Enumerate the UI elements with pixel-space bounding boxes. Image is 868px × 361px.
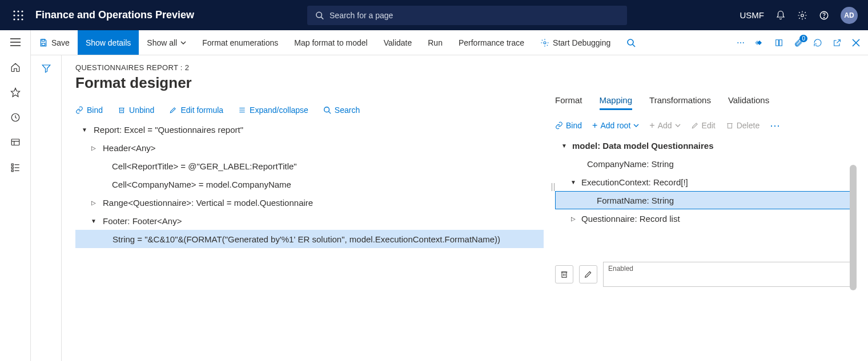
svg-marker-37	[42, 65, 50, 72]
svg-point-6	[13, 18, 15, 20]
edit-button: Edit	[691, 121, 716, 130]
tree-search-button[interactable]: Search	[323, 106, 360, 115]
page-title: Format designer	[75, 74, 868, 92]
expand-collapse-button[interactable]: Expand/collapse	[238, 106, 308, 115]
delete-button: Delete	[726, 121, 760, 130]
avatar[interactable]: AD	[841, 7, 858, 24]
svg-point-8	[21, 18, 23, 20]
gear-icon[interactable]	[797, 10, 807, 21]
mapping-bind-button[interactable]: Bind	[555, 121, 582, 130]
svg-line-10	[321, 17, 323, 19]
svg-point-45	[324, 107, 329, 112]
show-details-button[interactable]: Show details	[78, 30, 139, 55]
refresh-icon[interactable]	[813, 38, 822, 47]
svg-point-2	[21, 10, 23, 12]
tree-node[interactable]: ▼Footer: Footer<Any>	[75, 212, 544, 230]
edit-formula-button[interactable]: Edit formula	[169, 106, 223, 115]
svg-point-13	[823, 17, 824, 18]
add-root-button[interactable]: +Add root	[592, 121, 639, 130]
company-label[interactable]: USMF	[740, 10, 765, 20]
svg-point-30	[544, 42, 546, 44]
enabled-field[interactable]: Enabled	[603, 262, 854, 287]
mapping-node[interactable]: ▼ExecutionContext: Record[!]	[555, 173, 857, 191]
svg-rect-28	[42, 39, 45, 41]
delete-square-button[interactable]	[555, 265, 573, 283]
svg-point-7	[17, 18, 19, 20]
app-title: Finance and Operations Preview	[35, 9, 194, 21]
home-icon[interactable]	[9, 61, 22, 74]
svg-rect-26	[11, 170, 13, 172]
svg-point-5	[21, 14, 23, 16]
mapping-node[interactable]: ▼model: Data model Questionnaires	[555, 136, 857, 155]
svg-rect-19	[11, 139, 19, 145]
start-debugging-button[interactable]: Start Debugging	[532, 30, 618, 55]
edit-square-button[interactable]	[579, 265, 597, 283]
topbar: Finance and Operations Preview USMF AD	[0, 0, 868, 30]
popout-icon[interactable]	[833, 38, 842, 47]
svg-point-0	[13, 10, 15, 12]
breadcrumb: QUESTIONNAIRES REPORT : 2	[75, 63, 868, 72]
filter-icon[interactable]	[41, 63, 51, 361]
bind-button[interactable]: Bind	[75, 106, 103, 115]
add-button: +Add	[649, 121, 680, 130]
tab-transformations[interactable]: Transformations	[649, 92, 711, 110]
unbind-button[interactable]: Unbind	[118, 106, 154, 115]
tree-node[interactable]: ▷Range<Questionnaire>: Vertical = model.…	[75, 193, 544, 212]
svg-rect-47	[728, 124, 732, 128]
book-icon[interactable]	[774, 38, 783, 47]
svg-rect-38	[120, 108, 124, 113]
attach-icon[interactable]: 0	[794, 38, 803, 47]
svg-point-31	[628, 39, 633, 45]
global-search[interactable]	[307, 6, 627, 25]
svg-rect-24	[11, 167, 13, 169]
run-button[interactable]: Run	[420, 30, 451, 55]
global-search-input[interactable]	[329, 11, 619, 20]
close-icon[interactable]	[852, 39, 860, 47]
tree-node-selected[interactable]: String = "&C&10"&(FORMAT("Generated by'%…	[75, 230, 544, 248]
filter-column	[31, 55, 62, 361]
star-icon[interactable]	[9, 86, 22, 99]
bell-icon[interactable]	[775, 10, 786, 21]
modules-icon[interactable]	[9, 161, 22, 174]
action-bar: Save Show details Show all Format enumer…	[31, 30, 868, 55]
diamond-icon[interactable]	[755, 38, 764, 47]
svg-rect-29	[42, 43, 45, 45]
left-tree: Bind Unbind Edit formula Expand/collapse…	[75, 92, 549, 287]
svg-line-32	[633, 44, 635, 47]
right-tabs: Format Mapping Transformations Validatio…	[555, 92, 857, 110]
clock-icon[interactable]	[9, 111, 22, 124]
splitter[interactable]	[549, 92, 555, 287]
svg-marker-17	[11, 88, 19, 97]
svg-point-3	[13, 14, 15, 16]
hamburger-icon[interactable]	[9, 36, 22, 48]
help-icon[interactable]	[819, 10, 829, 21]
svg-point-4	[17, 14, 19, 16]
tree-node[interactable]: Cell<CompanyName> = model.CompanyName	[75, 175, 544, 193]
svg-point-1	[17, 10, 19, 12]
tree-node[interactable]: ▼Report: Excel = "Questionnaires report"	[75, 120, 544, 139]
mapping-node[interactable]: CompanyName: String	[555, 155, 857, 173]
svg-rect-49	[562, 272, 566, 277]
show-all-button[interactable]: Show all	[139, 30, 194, 55]
waffle-icon[interactable]	[7, 10, 30, 21]
tab-mapping[interactable]: Mapping	[600, 92, 633, 110]
save-button[interactable]: Save	[31, 30, 78, 55]
mapping-node-selected[interactable]: FormatName: String	[555, 191, 857, 209]
tab-format[interactable]: Format	[555, 92, 582, 110]
workspace-icon[interactable]	[9, 136, 22, 149]
format-enumerations-button[interactable]: Format enumerations	[194, 30, 286, 55]
svg-rect-22	[11, 164, 13, 165]
svg-point-11	[801, 14, 804, 17]
tree-node[interactable]: ▷Header<Any>	[75, 139, 544, 157]
performance-trace-button[interactable]: Performance trace	[451, 30, 532, 55]
map-format-button[interactable]: Map format to model	[286, 30, 375, 55]
mapping-more-icon[interactable]: ⋯	[770, 119, 780, 132]
tree-node[interactable]: Cell<ReportTitle> = @"GER_LABEL:ReportTi…	[75, 157, 544, 175]
action-search-button[interactable]	[618, 30, 644, 55]
more-icon[interactable]: ⋯	[737, 38, 745, 47]
tab-validations[interactable]: Validations	[728, 92, 769, 110]
scrollbar[interactable]	[850, 136, 857, 228]
mapping-node[interactable]: ▷Questionnaire: Record list	[555, 209, 857, 228]
svg-line-46	[328, 112, 331, 114]
validate-button[interactable]: Validate	[376, 30, 420, 55]
